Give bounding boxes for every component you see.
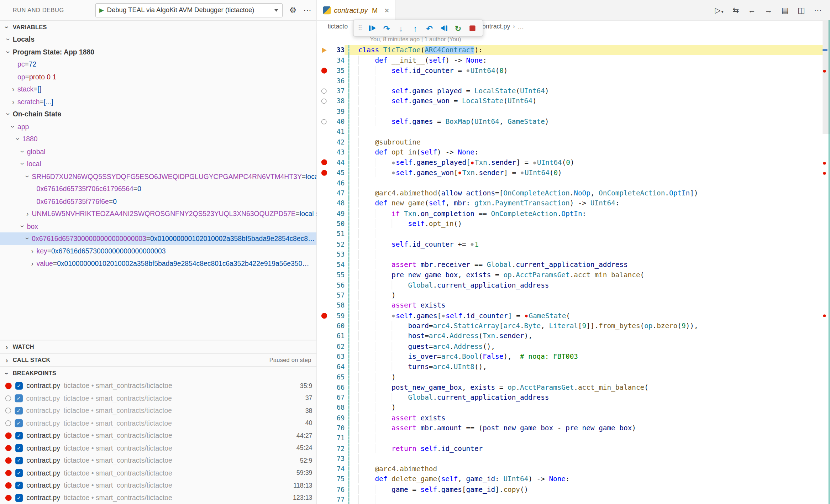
code-line-text[interactable] (352, 433, 830, 443)
breakpoint-row[interactable]: ✓contract.pytictactoe • smart_contracts/… (0, 379, 316, 392)
breakpoint-gutter[interactable] (317, 219, 331, 229)
variable-row[interactable]: ›value = 0x010000000102010002a358bf5bada… (0, 257, 316, 270)
code-line[interactable]: 77 (317, 494, 830, 504)
code-line[interactable]: 46 (317, 178, 830, 188)
code-line-text[interactable]: ●self.games_played[●Txn.sender] = ●UInt6… (352, 157, 830, 168)
variable-row[interactable]: ›1880 (0, 133, 316, 145)
breakpoint-gutter[interactable] (317, 178, 331, 188)
step-out-button[interactable]: ↑ (408, 21, 422, 35)
code-line-text[interactable]: game = self.games[game_id].copy() (352, 484, 830, 495)
call-stack-section-header[interactable]: › CALL STACK Paused on step (0, 353, 316, 366)
variable-row[interactable]: ›SRH6D7XU2N6WQQ5SSYDQFG5ESO6JWEQIDPGLUGY… (0, 170, 316, 183)
chevron-down-icon[interactable]: › (23, 172, 31, 181)
more-actions-icon[interactable]: ⋯ (303, 5, 311, 15)
breakpoint-gutter[interactable] (317, 198, 331, 209)
breakpoint-dot[interactable] (317, 168, 331, 178)
code-line[interactable]: 73 (317, 453, 830, 464)
breakpoint-checkbox[interactable]: ✓ (15, 394, 23, 402)
breakpoint-gutter[interactable] (317, 351, 331, 362)
code-line-text[interactable]: guest=arc4.Address(), (352, 341, 830, 352)
breakpoint-gutter[interactable] (317, 403, 331, 413)
breakpoint-gutter[interactable] (317, 127, 331, 137)
chevron-down-icon[interactable]: › (5, 48, 12, 56)
breakpoint-gutter[interactable] (317, 321, 331, 331)
chevron-down-icon[interactable]: › (5, 35, 12, 44)
code-line[interactable]: 50 self.opt_in() (317, 219, 830, 229)
launch-config-select[interactable]: ▶ Debug TEAL via AlgoKit AVM Debugger (t… (95, 3, 283, 17)
code-line-text[interactable]: def delete_game(self, game_id: UInt64) -… (352, 474, 830, 484)
close-icon[interactable]: × (384, 6, 389, 15)
step-back-button[interactable]: ↶ (422, 21, 437, 35)
breakpoint-checkbox[interactable]: ✓ (15, 457, 23, 464)
variables-section-header[interactable]: › VARIABLES (0, 20, 316, 33)
code-line[interactable]: 34 def __init__(self) -> None: (317, 55, 830, 65)
variable-row[interactable]: ›app (0, 120, 316, 133)
variable-row[interactable]: ›Locals (0, 33, 316, 46)
breakpoint-gutter[interactable] (317, 259, 331, 270)
breakpoint-gutter[interactable] (317, 300, 331, 311)
code-line-text[interactable] (352, 453, 830, 464)
code-line-text[interactable]: def new_game(self, mbr: gtxn.PaymentTran… (352, 198, 830, 209)
code-line[interactable]: 39 (317, 106, 830, 117)
breakpoint-gutter[interactable] (317, 433, 331, 443)
breadcrumb-folder[interactable]: tictacto (328, 23, 348, 30)
go-back-button[interactable]: ← (748, 6, 756, 14)
code-line[interactable]: 49 if Txn.on_completion == OnCompleteAct… (317, 209, 830, 219)
code-line-text[interactable]: ) (352, 290, 830, 300)
code-line[interactable]: 54 assert mbr.receiver == Global.current… (317, 259, 830, 270)
code-line[interactable]: 37 self.games_played = LocalState(UInt64… (317, 86, 830, 96)
code-line-text[interactable]: self.id_counter = ●UInt64(0) (352, 65, 830, 76)
breakpoint-checkbox[interactable]: ✓ (15, 407, 23, 415)
code-line[interactable]: 47 @arc4.abimethod(allow_actions=[OnComp… (317, 188, 830, 198)
reverse-continue-button[interactable] (437, 21, 451, 35)
code-line[interactable]: 58 assert exists (317, 300, 830, 311)
overview-ruler[interactable] (823, 20, 830, 504)
chevron-right-icon[interactable]: › (23, 210, 32, 217)
code-line[interactable]: 71 (317, 433, 830, 443)
code-line-text[interactable]: turns=arc4.UInt8(), (352, 362, 830, 372)
breakpoint-row[interactable]: ✓contract.pytictactoe • smart_contracts/… (0, 417, 316, 429)
breakpoint-gutter[interactable] (317, 341, 331, 352)
code-line[interactable]: 45 ●self.games_won[●Txn.sender] = ●UInt6… (317, 168, 830, 178)
continue-button[interactable] (365, 21, 379, 35)
code-line-text[interactable]: is_over=arc4.Bool(False), # noqa: FBT003 (352, 351, 830, 362)
code-line-text[interactable]: Global.current_application_address (352, 280, 830, 290)
code-line-text[interactable]: assert exists (352, 300, 830, 311)
code-line-text[interactable] (352, 76, 830, 86)
code-line[interactable]: 44 ●self.games_played[●Txn.sender] = ●UI… (317, 157, 830, 168)
variable-row[interactable]: ›0x67616d6573000000000000000003 = 0x0100… (0, 232, 316, 245)
code-line[interactable]: 61 host=arc4.Address(Txn.sender), (317, 331, 830, 341)
code-line[interactable]: 65 ) (317, 372, 830, 382)
code-line-text[interactable]: ) (352, 372, 830, 382)
code-line-text[interactable] (352, 494, 830, 504)
breakpoint-gutter[interactable] (317, 76, 331, 86)
breakpoint-checkbox[interactable]: ✓ (15, 419, 23, 427)
drag-handle-icon[interactable]: ⠿ (357, 24, 365, 32)
code-line-text[interactable]: post_new_game_box, exists = op.AcctParam… (352, 382, 830, 393)
code-line-text[interactable]: if Txn.on_completion == OnCompleteAction… (352, 209, 830, 219)
breakpoint-gutter[interactable] (317, 331, 331, 341)
breakpoint-checkbox[interactable]: ✓ (15, 382, 23, 390)
breakpoint-row[interactable]: ✓contract.pytictactoe • smart_contracts/… (0, 442, 316, 454)
code-line-text[interactable] (352, 249, 830, 259)
code-line-text[interactable]: ●self.games[●self.id_counter] = ●GameSta… (352, 311, 830, 321)
variable-row[interactable]: ›UNML6W5NVHRIKTEOZAA4NI2SWQROSGNFNY2QS52… (0, 208, 316, 220)
tab-contract-py[interactable]: contract.py M × (317, 0, 395, 20)
variable-row[interactable]: ›stack = [] (0, 83, 316, 96)
variable-row[interactable]: ›scratch = [...] (0, 95, 316, 108)
breakpoint-gutter[interactable] (317, 188, 331, 198)
breakpoint-gutter[interactable] (317, 249, 331, 259)
chevron-right-icon[interactable]: › (9, 98, 17, 106)
breakpoint-gutter[interactable] (317, 209, 331, 219)
code-line[interactable]: 41 (317, 127, 830, 137)
watch-section-header[interactable]: › WATCH (0, 340, 316, 353)
breakpoint-gutter[interactable] (317, 55, 331, 65)
code-line[interactable]: 33class TicTacToe(ARC4Contract): (317, 45, 830, 55)
variable-row[interactable]: pc = 72 (0, 58, 316, 71)
code-line[interactable]: 40 self.games = BoxMap(UInt64, GameState… (317, 116, 830, 127)
breakpoint-row[interactable]: ✓contract.pytictactoe • smart_contracts/… (0, 454, 316, 467)
breakpoint-checkbox[interactable]: ✓ (15, 432, 23, 440)
code-line[interactable]: 64 turns=arc4.UInt8(), (317, 362, 830, 372)
breakpoint-row[interactable]: ✓contract.pytictactoe • smart_contracts/… (0, 479, 316, 492)
code-line-text[interactable]: self.games = BoxMap(UInt64, GameState) (352, 116, 830, 127)
